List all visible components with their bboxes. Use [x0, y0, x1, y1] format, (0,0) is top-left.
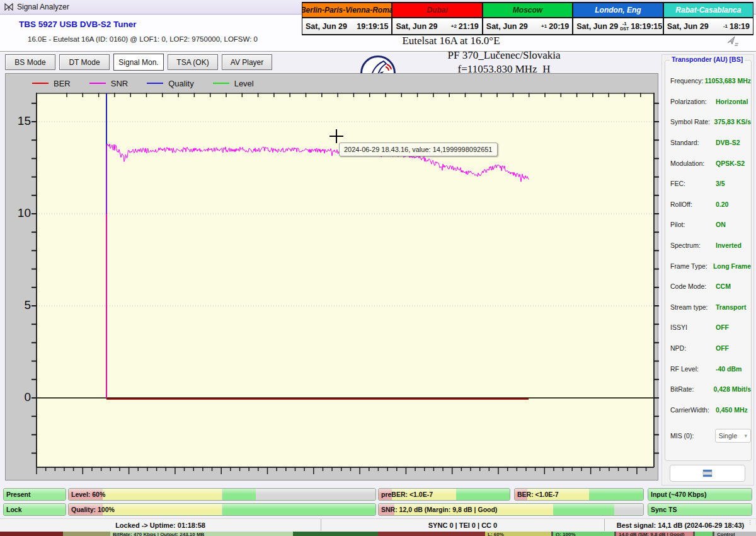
background-strip-segment: Control	[714, 532, 756, 536]
indicator-bar: preBER: <1.0E-7	[378, 488, 510, 501]
mode-tabs: BS Mode DT Mode Signal Mon. TSA (OK) AV …	[5, 54, 272, 71]
transponder-row-value: 3/5	[716, 180, 725, 187]
right-panel: Transponder (AU) [BS] Frequency: 11053,6…	[662, 54, 754, 486]
transponder-row: RF Level: -40 dBm	[670, 358, 751, 379]
legend-line-sample	[32, 83, 49, 84]
indicator-bar-label: preBER: <1.0E-7	[381, 489, 433, 500]
tab[interactable]: DT Mode	[59, 54, 110, 70]
clock-time: 19:19:15	[357, 22, 388, 31]
clock-date: Sat, Jun 29	[306, 22, 353, 31]
resize-grip[interactable]: ⋮⋮	[747, 521, 755, 530]
tab[interactable]: AV Player	[222, 54, 272, 70]
transponder-row-value: QPSK-S2	[716, 160, 745, 167]
legend-item: Level	[213, 79, 254, 88]
antenna-location-label: PF 370_Lučenec/Slovakia	[448, 49, 561, 62]
transponder-row: Modulation: QPSK-S2	[670, 153, 751, 173]
background-strip-segment	[378, 532, 485, 536]
transponder-row: Pilot: ON	[670, 214, 751, 235]
clock-utc-offset: -1	[723, 24, 728, 29]
transponder-row-value: OFF	[716, 323, 729, 331]
clock-time: 18:19	[730, 22, 750, 31]
indicator-bar: SNR: 12,0 dB (Margin: 9,8 dB | Good)	[378, 503, 644, 516]
world-clocks: Berlin-Paris-Vienna-Roma Sat, Jun 29 19:…	[302, 2, 753, 35]
indicator-bar-label: SNR: 12,0 dB (Margin: 9,8 dB | Good)	[381, 504, 497, 515]
clock-utc-offset: +2	[451, 24, 457, 29]
tab[interactable]: Signal Mon.	[113, 54, 164, 71]
transponder-row-label: Symbol Rate:	[670, 118, 714, 125]
legend-label: BER	[54, 79, 71, 88]
transponder-row-label: Stream type:	[670, 303, 716, 311]
transponder-row: BitRate: 0,428 Mbit/s	[670, 379, 751, 400]
transponder-row: Spectrum: Inverted	[670, 235, 751, 256]
transponder-row-value: DVB-S2	[716, 139, 740, 146]
transponder-row-label: Polarization:	[670, 98, 716, 105]
y-axis-tick-label: 0	[9, 390, 31, 404]
legend-line-sample	[213, 83, 229, 84]
y-axis-tick-label: 10	[9, 206, 31, 220]
background-strip-segment	[0, 532, 63, 536]
header-divider	[0, 51, 756, 52]
background-strip-segment: BitRate: 470 Kbps | Output: 243.10 MB	[110, 532, 293, 536]
clock-city-label: Dubai	[392, 3, 481, 18]
transponder-row-value: Horizontal	[716, 98, 748, 105]
indicator-bar: Sync TS	[648, 503, 752, 516]
clock: Berlin-Paris-Vienna-Roma Sat, Jun 29 19:…	[302, 2, 392, 35]
tab[interactable]: TSA (OK)	[168, 54, 218, 70]
transponder-row-label: Spectrum:	[670, 242, 716, 249]
mis-row: MIS (0): Single ▾	[670, 429, 751, 443]
clock-utc-offset: -1 DST	[620, 21, 629, 31]
cursor-icon	[726, 36, 740, 47]
transponder-row-label: FEC:	[670, 180, 716, 187]
transponder-row-label: RollOff:	[670, 201, 716, 208]
clock: Moscow Sat, Jun 29 +1 20:19	[483, 2, 573, 35]
tuner-settings: 16.0E - Eutelsat 16A (ID: 0160) @ LOF1: …	[28, 35, 258, 43]
transponder-row-value: Long Frame	[713, 262, 751, 270]
clock-time: 20:19	[549, 22, 569, 31]
transponder-row-value: Inverted	[716, 242, 742, 249]
background-strip-segment: 14,0 dB (SM: 9,8 dB | Good)	[616, 532, 693, 536]
transponder-row-label: Code Mode:	[670, 283, 716, 290]
transponder-row: Code Mode: CCM	[670, 276, 751, 297]
statusbar-uptime: Locked -> Uptime: 01:18:58	[0, 519, 321, 531]
transponder-row: ISSYI OFF	[670, 317, 751, 338]
transponder-row-label: Pilot:	[670, 221, 716, 228]
signal-analyzer-window: Signal Analyzer TBS 5927 USB DVB-S2 Tune…	[0, 0, 756, 536]
y-axis-tick-label: 15	[9, 114, 31, 128]
mis-dropdown[interactable]: Single ▾	[715, 429, 751, 443]
app-icon	[4, 3, 13, 11]
transponder-row-value: ON	[716, 221, 726, 228]
sat-position-label: Eutelsat 16A at 16.0°E	[402, 35, 500, 47]
transponder-row: Stream type: Transport	[670, 297, 751, 318]
background-strip-segment: Q: 100%	[553, 532, 614, 536]
statusbar-sync: SYNC 0 | TEI 0 | CC 0	[321, 519, 605, 531]
indicator-bar-label: Level: 60%	[71, 489, 105, 500]
transponder-row: CarrierWidth: 0,450 MHz	[670, 400, 751, 421]
clock-utc-offset: +1	[541, 24, 547, 29]
background-strip-segment: L: 60%	[485, 532, 551, 536]
transponder-row-label: NPD:	[670, 344, 716, 352]
clock: Dubai Sat, Jun 29 +2 21:19	[392, 2, 482, 35]
transponder-row: Standard: DVB-S2	[670, 132, 751, 153]
transponder-row-label: Frequency:	[670, 77, 704, 84]
background-window-strip: BitRate: 470 Kbps | Output: 243.10 MBL: …	[0, 532, 756, 536]
transponder-row-value: 375,83 KS/s	[714, 118, 751, 125]
clock-city-label: London, Eng	[573, 3, 662, 18]
transponder-row-value: Transport	[716, 303, 746, 311]
clock-date: Sat, Jun 29	[576, 22, 618, 31]
transponder-row-value: 0,428 Mbit/s	[713, 385, 751, 393]
clock-time: 21:19	[459, 22, 479, 31]
legend-label: Level	[234, 79, 254, 88]
statusbar-best-signal: Best signal: 14,1 dB (2024-06-29 18:43)	[605, 519, 756, 531]
clock-date: Sat, Jun 29	[667, 22, 721, 31]
tab[interactable]: BS Mode	[5, 54, 55, 70]
transponder-row: RollOff: 0.20	[670, 194, 751, 215]
ts-list-button[interactable]	[670, 465, 745, 482]
list-icon	[702, 469, 713, 477]
transponder-title: Transponder (AU) [BS]	[670, 55, 745, 63]
transponder-row-label: Frame Type:	[670, 262, 713, 270]
clock-city-label: Rabat-Casablanca	[664, 3, 753, 18]
clock-date: Sat, Jun 29	[396, 22, 449, 31]
indicator-bar-label: Sync TS	[651, 504, 677, 515]
transponder-row-label: ISSYI	[670, 323, 716, 331]
indicator-bar: Quality: 100%	[68, 503, 376, 516]
